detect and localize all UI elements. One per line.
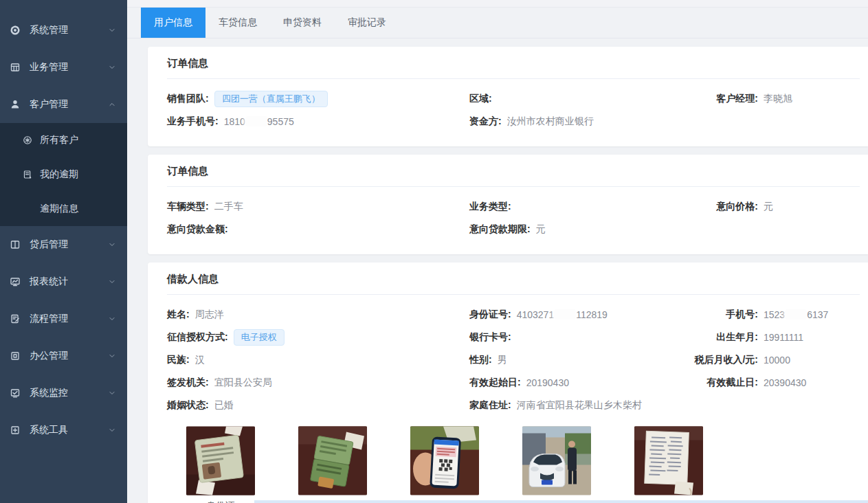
notebook-icon bbox=[23, 170, 32, 179]
field-credit-auth: 征信授权方式: 电子授权 bbox=[167, 329, 469, 346]
field-account-manager: 客户经理: 李晓旭 bbox=[677, 93, 860, 105]
borrower-photos: 身份证 bbox=[167, 416, 860, 503]
field-ethnicity: 民族: 汉 bbox=[167, 354, 469, 366]
clipboard-pen-icon bbox=[10, 313, 21, 324]
sidebar-item-system-tools[interactable]: 系统工具 bbox=[0, 412, 127, 449]
field-bank-card: 银行卡号: bbox=[469, 331, 677, 344]
photo-id-card[interactable] bbox=[186, 426, 255, 495]
tab-loan-application-docs[interactable]: 申贷资料 bbox=[270, 8, 335, 38]
tab-car-loan-info[interactable]: 车贷信息 bbox=[205, 8, 270, 38]
field-funder: 资金方: 汝州市农村商业银行 bbox=[469, 115, 677, 128]
field-valid-from: 有效起始日: 20190430 bbox=[469, 377, 677, 389]
monitor-chart-icon bbox=[10, 276, 21, 287]
field-birth: 出生年月: 19911111 bbox=[677, 331, 860, 344]
photo-handwritten-doc[interactable] bbox=[634, 426, 703, 495]
field-home-address: 家庭住址: 河南省宜阳县花果山乡木柴村 bbox=[469, 399, 677, 412]
field-marital-status: 婚姻状态: 已婚 bbox=[167, 399, 469, 412]
sidebar-item-system-mgmt[interactable]: 系统管理 bbox=[0, 12, 127, 49]
chevron-down-icon bbox=[108, 26, 116, 34]
redaction-blur bbox=[554, 309, 576, 320]
sidebar-item-label: 办公管理 bbox=[30, 350, 68, 362]
box-plus-icon bbox=[10, 425, 21, 436]
sidebar-item-postloan-mgmt[interactable]: 贷后管理 bbox=[0, 226, 127, 263]
badge-circle-icon bbox=[23, 135, 32, 145]
chevron-down-icon bbox=[108, 315, 116, 323]
sidebar-item-label: 所有客户 bbox=[40, 134, 78, 146]
field-vehicle-type: 车辆类型: 二手车 bbox=[167, 201, 469, 213]
chevron-down-icon bbox=[108, 389, 116, 397]
field-id-number: 身份证号: 4103271112819 bbox=[469, 309, 677, 321]
tab-bar: 用户信息 车贷信息 申贷资料 审批记录 bbox=[127, 8, 868, 38]
redaction-blur bbox=[785, 309, 807, 320]
field-name: 姓名: 周志洋 bbox=[167, 309, 469, 321]
sidebar-item-system-monitor[interactable]: 系统监控 bbox=[0, 375, 127, 412]
photo-qr-auth[interactable] bbox=[410, 426, 479, 495]
field-intent-price: 意向价格: 元 bbox=[677, 201, 860, 213]
card-title: 订单信息 bbox=[167, 47, 860, 79]
credit-auth-tag: 电子授权 bbox=[234, 329, 285, 346]
card-title: 借款人信息 bbox=[167, 262, 860, 295]
field-business-phone: 业务手机号: 181095575 bbox=[167, 115, 469, 128]
order-info-card: 订单信息 销售团队: 四团一营（直属王鹏飞） 区域: 客户经理: 李晓旭 业务手 bbox=[148, 47, 868, 146]
chevron-down-icon bbox=[108, 426, 116, 434]
field-issuer: 签发机关: 宜阳县公安局 bbox=[167, 377, 469, 389]
sidebar-item-label: 流程管理 bbox=[30, 313, 68, 325]
photo-person-car[interactable] bbox=[522, 426, 591, 495]
loan-intent-card: 订单信息 车辆类型: 二手车 业务类型: 意向价格: 元 意向贷款金额: bbox=[148, 155, 868, 254]
sidebar-item-label: 系统工具 bbox=[30, 424, 68, 436]
photo-license-booklet[interactable] bbox=[298, 426, 367, 495]
redaction-blur bbox=[245, 116, 267, 126]
sidebar-item-label: 业务管理 bbox=[30, 61, 68, 74]
borrower-info-card: 借款人信息 姓名: 周志洋 身份证号: 4103271112819 手机号: 1… bbox=[148, 262, 868, 503]
gear-icon bbox=[10, 25, 21, 36]
grid-icon bbox=[10, 62, 21, 73]
photo-caption: 身份证 bbox=[186, 500, 255, 503]
sidebar-item-report-stats[interactable]: 报表统计 bbox=[0, 263, 127, 300]
top-strip bbox=[127, 0, 868, 8]
field-business-type: 业务类型: bbox=[469, 201, 677, 213]
tab-approval-records[interactable]: 审批记录 bbox=[335, 8, 399, 38]
horizontal-scrollbar[interactable] bbox=[254, 500, 868, 503]
field-sales-team: 销售团队: 四团一营（直属王鹏飞） bbox=[167, 91, 469, 107]
sales-team-tag[interactable]: 四团一营（直属王鹏飞） bbox=[214, 91, 328, 107]
chevron-up-icon bbox=[108, 100, 116, 109]
sidebar-item-all-customers[interactable]: 所有客户 bbox=[0, 123, 127, 157]
sidebar-item-process-mgmt[interactable]: 流程管理 bbox=[0, 300, 127, 337]
field-mobile: 手机号: 15236137 bbox=[677, 309, 860, 321]
sidebar-item-label: 我的逾期 bbox=[40, 168, 78, 181]
field-gender: 性别: 男 bbox=[469, 354, 677, 366]
card-title: 订单信息 bbox=[167, 155, 860, 187]
square-inset-icon bbox=[10, 350, 21, 361]
chevron-down-icon bbox=[108, 63, 116, 71]
sidebar-item-label: 逾期信息 bbox=[40, 203, 78, 215]
sidebar-item-label: 系统监控 bbox=[30, 387, 68, 399]
chevron-down-icon bbox=[108, 278, 116, 286]
field-income: 税后月收入/元: 10000 bbox=[677, 354, 860, 366]
user-icon bbox=[10, 99, 21, 110]
sidebar-item-label: 系统管理 bbox=[30, 24, 68, 36]
sidebar-item-my-overdue[interactable]: 我的逾期 bbox=[0, 157, 127, 192]
sidebar-item-customer-mgmt[interactable]: 客户管理 bbox=[0, 86, 127, 123]
sidebar-item-office-mgmt[interactable]: 办公管理 bbox=[0, 337, 127, 375]
sidebar-item-business-mgmt[interactable]: 业务管理 bbox=[0, 49, 127, 86]
sidebar-item-overdue-info[interactable]: 逾期信息 bbox=[0, 192, 127, 226]
tab-user-info[interactable]: 用户信息 bbox=[141, 8, 205, 38]
field-intent-loan-amount: 意向贷款金额: bbox=[167, 223, 469, 236]
chevron-down-icon bbox=[108, 241, 116, 249]
field-region: 区域: bbox=[469, 93, 677, 105]
field-intent-loan-term: 意向贷款期限: 元 bbox=[469, 223, 677, 236]
main-content: 用户信息 车贷信息 申贷资料 审批记录 订单信息 销售团队: 四团一营（直属王鹏… bbox=[127, 0, 868, 503]
monitor-check-icon bbox=[10, 388, 21, 399]
sidebar: 系统管理 业务管理 客户管理 所有客户 我的逾期 逾期信息 bbox=[0, 0, 127, 503]
sidebar-item-label: 贷后管理 bbox=[30, 238, 68, 251]
customer-submenu: 所有客户 我的逾期 逾期信息 bbox=[0, 123, 127, 226]
sidebar-item-label: 客户管理 bbox=[30, 98, 68, 111]
sidebar-item-label: 报表统计 bbox=[30, 276, 68, 288]
chevron-down-icon bbox=[108, 352, 116, 360]
field-valid-to: 有效截止日: 20390430 bbox=[677, 377, 860, 389]
book-icon bbox=[10, 239, 21, 250]
